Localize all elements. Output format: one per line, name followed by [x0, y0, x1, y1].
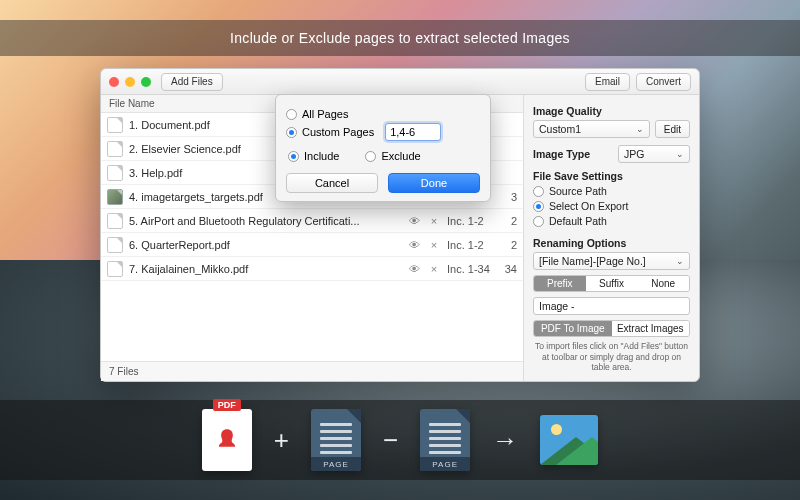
image-quality-label: Image Quality — [533, 105, 690, 117]
save-source-path-label: Source Path — [549, 185, 607, 197]
save-default-path[interactable]: Default Path — [533, 215, 690, 227]
file-thumb-icon — [107, 261, 123, 277]
remove-icon[interactable]: × — [427, 214, 441, 228]
seg-none[interactable]: None — [637, 276, 689, 291]
titlebar: Add Files Email Convert — [101, 69, 699, 95]
file-save-label: File Save Settings — [533, 170, 690, 182]
pdf-badge-label: PDF — [213, 399, 241, 411]
renaming-label: Renaming Options — [533, 237, 690, 249]
rename-pattern-value: [File Name]-[Page No.] — [539, 255, 646, 267]
page-range: Inc. 1-34 — [447, 263, 493, 275]
file-count-label: 7 Files — [109, 366, 138, 377]
import-hint: To import files click on "Add Files" but… — [533, 341, 690, 373]
zoom-icon[interactable] — [141, 77, 151, 87]
edit-quality-button[interactable]: Edit — [655, 120, 690, 138]
promo-text: Include or Exclude pages to extract sele… — [230, 30, 570, 46]
chevron-down-icon: ⌄ — [676, 256, 684, 266]
preview-icon[interactable]: 👁 — [407, 214, 421, 228]
image-quality-value: Custom1 — [539, 123, 581, 135]
cancel-button[interactable]: Cancel — [286, 173, 378, 193]
image-type-value: JPG — [624, 148, 644, 160]
email-button[interactable]: Email — [585, 73, 630, 91]
chevron-down-icon: ⌄ — [676, 149, 684, 159]
settings-panel: Image Quality Custom1 ⌄ Edit Image Type … — [524, 95, 699, 381]
file-thumb-icon — [107, 189, 123, 205]
file-thumb-icon — [107, 117, 123, 133]
minimize-icon[interactable] — [125, 77, 135, 87]
include-label: Include — [304, 150, 339, 162]
illustration-banner: PDF + PAGE − PAGE → — [0, 400, 800, 480]
page-label: PAGE — [420, 457, 470, 471]
radio-icon — [286, 127, 297, 138]
remove-icon[interactable]: × — [427, 238, 441, 252]
page-exclude-icon: PAGE — [420, 409, 470, 471]
column-filename-label: File Name — [109, 98, 155, 109]
file-name: 6. QuarterReport.pdf — [129, 239, 401, 251]
custom-pages-value: 1,4-6 — [390, 126, 415, 138]
image-count: 2 — [499, 215, 517, 227]
radio-icon — [533, 186, 544, 197]
include-option[interactable]: Include — [288, 150, 339, 162]
table-row[interactable]: 5. AirPort and Bluetooth Regulatory Cert… — [101, 209, 523, 233]
file-name: 7. Kaijalainen_Mikko.pdf — [129, 263, 401, 275]
page-range: Inc. 1-2 — [447, 215, 493, 227]
rename-prefix-value: Image - — [539, 300, 575, 312]
seg-prefix[interactable]: Prefix — [534, 276, 586, 291]
preview-icon[interactable]: 👁 — [407, 238, 421, 252]
page-include-icon: PAGE — [311, 409, 361, 471]
preview-icon[interactable]: 👁 — [407, 262, 421, 276]
seg-pdf-to-image[interactable]: PDF To Image — [534, 321, 612, 336]
plus-icon: + — [274, 425, 289, 456]
table-row[interactable]: 6. QuarterReport.pdf👁×Inc. 1-22 — [101, 233, 523, 257]
radio-icon — [533, 201, 544, 212]
page-range-popover: All Pages Custom Pages 1,4-6 Include Exc… — [275, 94, 491, 202]
exclude-option[interactable]: Exclude — [365, 150, 420, 162]
rename-position-segment[interactable]: Prefix Suffix None — [533, 275, 690, 292]
radio-icon — [533, 216, 544, 227]
radio-icon — [288, 151, 299, 162]
close-icon[interactable] — [109, 77, 119, 87]
pdf-icon: PDF — [202, 409, 252, 471]
window-controls — [109, 77, 151, 87]
save-default-path-label: Default Path — [549, 215, 607, 227]
file-thumb-icon — [107, 237, 123, 253]
image-type-label: Image Type — [533, 148, 613, 160]
status-bar: 7 Files — [101, 361, 523, 381]
done-button[interactable]: Done — [388, 173, 480, 193]
save-source-path[interactable]: Source Path — [533, 185, 690, 197]
arrow-right-icon: → — [492, 425, 518, 456]
convert-button[interactable]: Convert — [636, 73, 691, 91]
rename-prefix-input[interactable]: Image - — [533, 297, 690, 315]
image-count: 3 — [499, 191, 517, 203]
custom-pages-option[interactable]: Custom Pages 1,4-6 — [286, 123, 480, 141]
file-name: 5. AirPort and Bluetooth Regulatory Cert… — [129, 215, 401, 227]
image-type-select[interactable]: JPG ⌄ — [618, 145, 690, 163]
image-quality-select[interactable]: Custom1 ⌄ — [533, 120, 650, 138]
rename-pattern-select[interactable]: [File Name]-[Page No.] ⌄ — [533, 252, 690, 270]
custom-pages-input[interactable]: 1,4-6 — [385, 123, 441, 141]
seg-extract-images[interactable]: Extract Images — [612, 321, 690, 336]
image-count: 34 — [499, 263, 517, 275]
chevron-down-icon: ⌄ — [636, 124, 644, 134]
page-range: Inc. 1-2 — [447, 239, 493, 251]
seg-suffix[interactable]: Suffix — [586, 276, 638, 291]
all-pages-option[interactable]: All Pages — [286, 108, 480, 120]
add-files-button[interactable]: Add Files — [161, 73, 223, 91]
page-label: PAGE — [311, 457, 361, 471]
radio-icon — [286, 109, 297, 120]
image-output-icon — [540, 415, 598, 465]
promo-banner: Include or Exclude pages to extract sele… — [0, 20, 800, 56]
mode-segment[interactable]: PDF To Image Extract Images — [533, 320, 690, 337]
save-select-on-export[interactable]: Select On Export — [533, 200, 690, 212]
remove-icon[interactable]: × — [427, 262, 441, 276]
image-count: 2 — [499, 239, 517, 251]
minus-icon: − — [383, 425, 398, 456]
custom-pages-label: Custom Pages — [302, 126, 374, 138]
file-thumb-icon — [107, 213, 123, 229]
radio-icon — [365, 151, 376, 162]
file-thumb-icon — [107, 141, 123, 157]
file-thumb-icon — [107, 165, 123, 181]
save-select-on-export-label: Select On Export — [549, 200, 628, 212]
all-pages-label: All Pages — [302, 108, 348, 120]
table-row[interactable]: 7. Kaijalainen_Mikko.pdf👁×Inc. 1-3434 — [101, 257, 523, 281]
